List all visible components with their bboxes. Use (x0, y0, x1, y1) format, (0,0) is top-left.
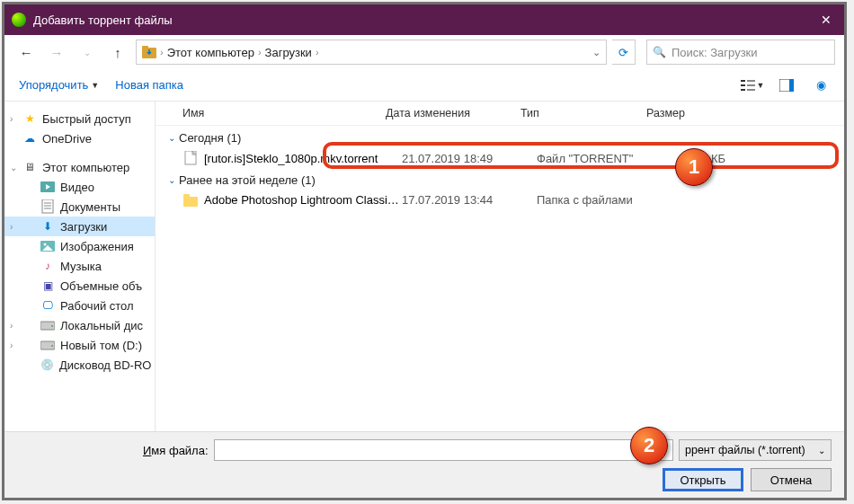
sidebar-item[interactable]: ⌄🖥Этот компьютер (4, 157, 155, 177)
nav-bar: ← → ⌄ ↑ › Этот компьютер › Загрузки › ⌄ … (4, 35, 844, 69)
col-size[interactable]: Размер (646, 107, 718, 119)
downloads-folder-icon (142, 46, 156, 58)
filename-label: Имя файла: (143, 444, 209, 457)
close-icon[interactable]: ✕ (815, 13, 837, 27)
svg-rect-26 (183, 194, 190, 199)
annotation-highlight-1 (323, 142, 839, 169)
titlebar: Добавить торрент файлы ✕ (4, 4, 844, 35)
sidebar-item[interactable]: ☁OneDrive (4, 128, 155, 148)
sidebar-item[interactable]: 🖵Рабочий стол (4, 296, 155, 315)
cancel-button[interactable]: Отмена (751, 468, 832, 491)
window-title: Добавить торрент файлы (33, 13, 815, 27)
svg-rect-7 (747, 89, 755, 91)
svg-rect-4 (741, 89, 745, 91)
chevron-down-icon: ⌄ (818, 446, 825, 455)
file-list: Имя Дата изменения Тип Размер ⌄Сегодня (… (156, 102, 844, 443)
forward-button: → (44, 40, 69, 65)
back-button[interactable]: ← (13, 40, 39, 65)
sidebar-item[interactable]: Изображения (4, 236, 155, 256)
breadcrumb-folder[interactable]: Загрузки (265, 46, 312, 59)
recent-dropdown[interactable]: ⌄ (75, 40, 100, 65)
sidebar-item[interactable]: ›⬇Загрузки (4, 217, 155, 236)
svg-point-20 (51, 325, 53, 327)
column-headers[interactable]: Имя Дата изменения Тип Размер (156, 102, 844, 126)
address-dropdown-icon[interactable]: ⌄ (592, 47, 600, 58)
file-row[interactable]: Adobe Photoshop Lightroom Classic CC ...… (156, 190, 844, 209)
sidebar-item[interactable]: ▣Объемные объ (4, 276, 155, 296)
up-button[interactable]: ↑ (105, 40, 130, 65)
help-button[interactable]: ◉ (806, 75, 835, 96)
svg-rect-5 (747, 80, 755, 82)
sidebar-item[interactable]: Документы (4, 197, 155, 217)
open-button[interactable]: Открыть (663, 468, 743, 491)
col-name[interactable]: Имя (182, 107, 386, 119)
svg-point-22 (51, 345, 53, 347)
search-input[interactable]: Поиск: Загрузки (646, 40, 835, 65)
filename-input[interactable] (214, 439, 673, 461)
refresh-button[interactable]: ⟳ (612, 40, 636, 65)
preview-pane-button[interactable] (772, 75, 801, 96)
breadcrumb-root[interactable]: Этот компьютер (167, 46, 254, 59)
sidebar-item[interactable]: ♪Музыка (4, 256, 155, 276)
sidebar-item[interactable]: 💿Дисковод BD-RО (4, 355, 155, 375)
view-mode-button[interactable]: ▼ (738, 75, 767, 96)
svg-rect-1 (142, 46, 148, 49)
chevron-down-icon: ▼ (91, 81, 99, 90)
organize-button[interactable]: Упорядочить▼ (13, 75, 104, 95)
annotation-badge-2: 2 (630, 427, 668, 464)
svg-point-17 (44, 243, 47, 246)
app-icon (12, 13, 26, 27)
annotation-badge-1: 1 (675, 148, 713, 186)
search-placeholder: Поиск: Загрузки (672, 46, 758, 59)
sidebar-item[interactable]: Видео (4, 177, 155, 197)
svg-rect-3 (741, 84, 745, 86)
svg-rect-6 (747, 84, 755, 86)
filetype-dropdown[interactable]: ррент файлы (*.torrent) ⌄ (679, 439, 832, 461)
chevron-right-icon: › (160, 47, 164, 57)
group-header[interactable]: ⌄Ранее на этой неделе (1) (156, 168, 844, 190)
col-date[interactable]: Дата изменения (386, 107, 520, 119)
sidebar: ›★Быстрый доступ☁OneDrive⌄🖥Этот компьюте… (4, 102, 156, 443)
svg-rect-9 (789, 79, 794, 92)
new-folder-button[interactable]: Новая папка (110, 75, 189, 95)
col-type[interactable]: Тип (520, 107, 646, 119)
address-bar[interactable]: › Этот компьютер › Загрузки › ⌄ (136, 40, 607, 65)
svg-rect-2 (741, 80, 745, 82)
chevron-right-icon: › (258, 47, 262, 57)
bottom-bar: Имя файла: ррент файлы (*.torrent) ⌄ Отк… (4, 431, 844, 498)
sidebar-item[interactable]: ›★Быстрый доступ (4, 109, 155, 128)
sidebar-item[interactable]: ›Локальный дис (4, 315, 155, 335)
toolbar: Упорядочить▼ Новая папка ▼ ◉ (4, 69, 844, 102)
sidebar-item[interactable]: ›Новый том (D:) (4, 335, 155, 355)
chevron-right-icon: › (316, 47, 319, 57)
